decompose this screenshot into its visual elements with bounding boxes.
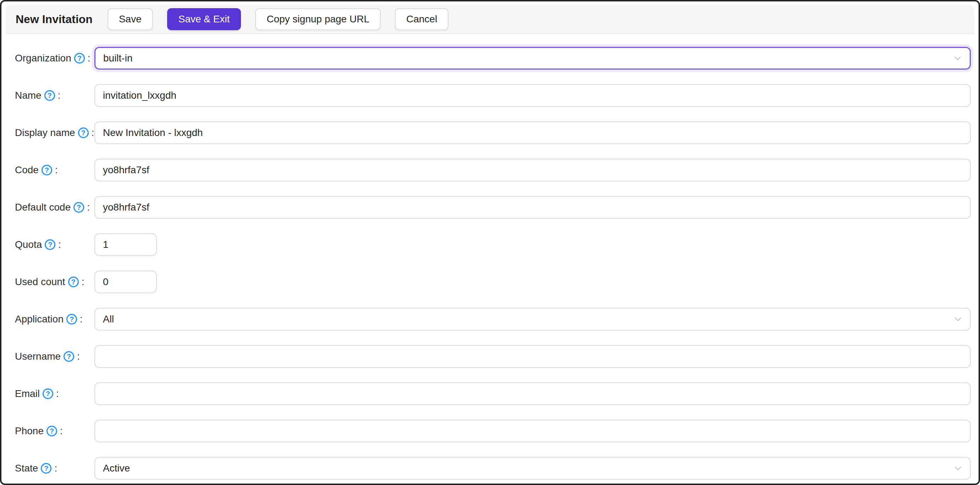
- help-circle-icon[interactable]: ?: [45, 90, 55, 101]
- form-row-code: Code ? :: [15, 159, 971, 182]
- save-button[interactable]: Save: [108, 8, 153, 30]
- field-control-cell: [94, 84, 971, 107]
- label-colon: :: [82, 276, 84, 287]
- state-select-value: Active: [103, 463, 144, 474]
- field-control-cell: built-in: [94, 47, 971, 70]
- field-control-cell: All: [94, 308, 971, 330]
- phone-input[interactable]: [94, 420, 971, 442]
- page-header: New Invitation Save Save & Exit Copy sig…: [6, 5, 974, 34]
- field-label-cell: Organization ? :: [15, 53, 94, 64]
- form-row-default-code: Default code ? :: [15, 196, 971, 219]
- form-row-username: Username ? :: [15, 345, 971, 368]
- field-control-cell: [94, 420, 971, 442]
- code-input[interactable]: [94, 159, 971, 182]
- organization-select-value: built-in: [103, 53, 146, 64]
- invitation-edit-page: New Invitation Save Save & Exit Copy sig…: [0, 0, 980, 485]
- help-circle-icon[interactable]: ?: [68, 277, 79, 287]
- field-label: Default code: [15, 202, 71, 213]
- invitation-form: Organization ? : built-in Name ? : Displ…: [2, 34, 978, 480]
- label-colon: :: [92, 127, 94, 139]
- email-input[interactable]: [94, 382, 971, 405]
- default-code-input[interactable]: [94, 196, 971, 219]
- chevron-down-icon: [953, 54, 962, 62]
- username-input[interactable]: [94, 345, 971, 368]
- field-label: Name: [15, 90, 41, 101]
- field-label: Quota: [15, 239, 42, 250]
- field-control-cell: [94, 271, 971, 293]
- display-name-input[interactable]: [94, 121, 971, 144]
- field-label-cell: Phone ? :: [15, 425, 94, 437]
- copy-signup-page-url-button[interactable]: Copy signup page URL: [255, 8, 381, 30]
- form-row-application: Application ? : All: [15, 308, 971, 330]
- application-select[interactable]: All: [94, 308, 971, 330]
- label-colon: :: [54, 463, 57, 474]
- field-label-cell: Username ? :: [15, 351, 94, 362]
- field-label: Application: [15, 314, 64, 325]
- field-control-cell: [94, 233, 971, 256]
- label-colon: :: [87, 202, 90, 213]
- help-circle-icon[interactable]: ?: [45, 239, 55, 250]
- help-circle-icon[interactable]: ?: [78, 128, 89, 138]
- form-row-used-count: Used count ? :: [15, 271, 971, 293]
- field-label-cell: Name ? :: [15, 90, 94, 101]
- field-label: Display name: [15, 127, 75, 139]
- form-row-phone: Phone ? :: [15, 420, 971, 442]
- label-colon: :: [77, 351, 80, 362]
- form-row-organization: Organization ? : built-in: [15, 47, 971, 70]
- page-title: New Invitation: [16, 13, 92, 26]
- field-label-cell: Email ? :: [15, 388, 94, 399]
- help-circle-icon[interactable]: ?: [74, 53, 85, 64]
- field-control-cell: [94, 196, 971, 219]
- help-circle-icon[interactable]: ?: [64, 351, 74, 362]
- field-label: Code: [15, 164, 39, 176]
- field-control-cell: [94, 159, 971, 182]
- form-row-state: State ? : Active: [15, 457, 971, 480]
- quota-input[interactable]: [94, 233, 157, 256]
- field-label-cell: Display name ? :: [15, 127, 94, 139]
- label-colon: :: [80, 314, 83, 325]
- help-circle-icon[interactable]: ?: [46, 426, 57, 436]
- help-circle-icon[interactable]: ?: [66, 314, 77, 324]
- application-select-value: All: [103, 314, 128, 325]
- field-control-cell: [94, 382, 971, 405]
- field-label-cell: Code ? :: [15, 164, 94, 176]
- form-row-name: Name ? :: [15, 84, 971, 107]
- field-label: Organization: [15, 53, 71, 64]
- field-label-cell: Default code ? :: [15, 202, 94, 213]
- chevron-down-icon: [954, 464, 962, 472]
- name-input[interactable]: [94, 84, 971, 107]
- cancel-button[interactable]: Cancel: [395, 8, 449, 30]
- field-label-cell: Quota ? :: [15, 239, 94, 250]
- label-colon: :: [60, 425, 63, 437]
- help-circle-icon[interactable]: ?: [43, 388, 53, 399]
- field-label-cell: Used count ? :: [15, 276, 94, 287]
- field-label-cell: Application ? :: [15, 314, 94, 325]
- help-circle-icon[interactable]: ?: [41, 165, 52, 175]
- label-colon: :: [88, 53, 91, 64]
- field-label-cell: State ? :: [15, 463, 94, 474]
- form-row-display-name: Display name ? :: [15, 121, 971, 144]
- form-row-quota: Quota ? :: [15, 233, 971, 256]
- save-and-exit-button[interactable]: Save & Exit: [167, 8, 241, 30]
- organization-select[interactable]: built-in: [94, 47, 971, 70]
- form-row-email: Email ? :: [15, 382, 971, 405]
- label-colon: :: [55, 164, 58, 176]
- used-count-input[interactable]: [94, 271, 157, 293]
- state-select[interactable]: Active: [94, 457, 971, 480]
- label-colon: :: [58, 239, 61, 250]
- field-label: Username: [15, 351, 60, 362]
- field-label: Phone: [15, 425, 44, 437]
- field-control-cell: [94, 121, 971, 144]
- label-colon: :: [58, 90, 60, 101]
- field-label: Used count: [15, 276, 65, 287]
- help-circle-icon[interactable]: ?: [73, 202, 84, 213]
- field-control-cell: Active: [94, 457, 971, 480]
- chevron-down-icon: [954, 315, 962, 324]
- field-label: Email: [15, 388, 40, 399]
- field-control-cell: [94, 345, 971, 368]
- label-colon: :: [56, 388, 59, 399]
- field-label: State: [15, 463, 38, 474]
- help-circle-icon[interactable]: ?: [41, 463, 51, 474]
